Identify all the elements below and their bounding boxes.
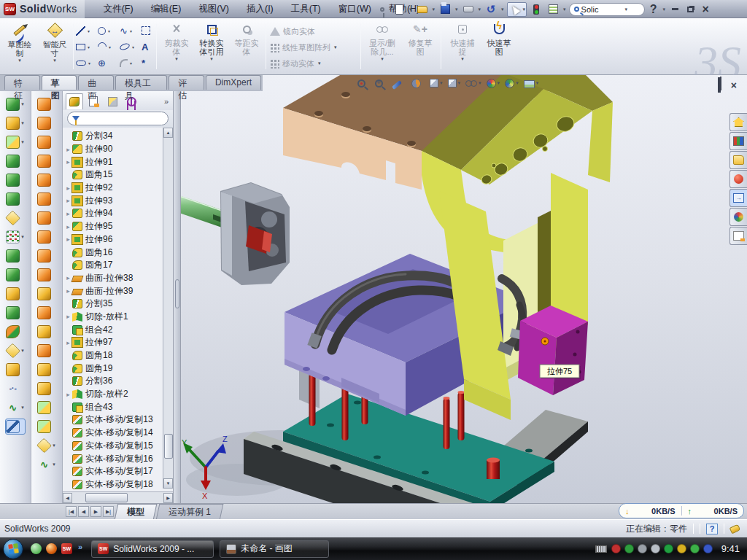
toolbar-button[interactable]: ▾ (37, 192, 56, 206)
toolbar-button[interactable]: ▾ (37, 324, 56, 339)
toolbar-button[interactable]: ▾ (6, 324, 25, 339)
tree-item[interactable]: ▸ 拉伸92 (64, 182, 173, 195)
toolbar-button[interactable]: ▾ (37, 154, 56, 168)
panel-overflow-chevron[interactable]: » (164, 97, 171, 106)
doc-close-button[interactable]: × (731, 81, 737, 90)
tree-item[interactable]: ▸ 组合43 (64, 400, 173, 413)
toolbar-button[interactable]: ▾ (6, 287, 25, 301)
view-tool-button[interactable]: ▾ (505, 79, 519, 88)
select-tool-button[interactable]: ▾ (507, 2, 527, 17)
help-button[interactable]: ? (647, 4, 660, 15)
tree-item[interactable]: ▸ 圆角17 (64, 259, 173, 272)
toolbar-button[interactable]: ▾ (37, 268, 56, 282)
restore-button[interactable] (684, 4, 697, 15)
messenger-icon[interactable] (31, 543, 42, 554)
tray-icon[interactable] (703, 544, 713, 553)
toolbar-button[interactable]: ▾ (37, 400, 56, 415)
solidworks-launch-icon[interactable]: SW (61, 543, 72, 554)
expand-arrow-icon[interactable]: ▸ (64, 184, 72, 192)
view-tool-button[interactable]: ▾ (487, 79, 501, 88)
selection-filter-icon[interactable] (529, 2, 543, 17)
expand-arrow-icon[interactable]: ▸ (64, 339, 72, 346)
task-pane-tab[interactable] (729, 132, 747, 150)
expand-arrow-icon[interactable]: ▸ (64, 210, 72, 217)
minimize-button[interactable] (668, 4, 681, 15)
toolbar-button[interactable]: ▾ (37, 230, 56, 244)
scrollbar-thumb[interactable] (164, 434, 173, 459)
view-tool-button[interactable]: ▾ (357, 79, 371, 88)
task-pane-tab[interactable] (729, 227, 747, 245)
tree-item[interactable]: ▸ 拉伸95 (64, 220, 173, 233)
tray-icon[interactable] (624, 544, 634, 553)
command-tab[interactable]: 特征 (4, 75, 40, 90)
toolbar-button[interactable]: ▾ (37, 381, 56, 396)
splitter-handle[interactable] (175, 279, 179, 308)
pin-icon[interactable] (375, 2, 390, 17)
3d-model-scene[interactable]: Y Z X 拉伸75 (181, 75, 747, 503)
tree-item[interactable]: ▸ 实体-移动/复制14 (64, 427, 173, 440)
toolbar-button[interactable]: ▾ (6, 343, 25, 358)
toolbar-button[interactable]: ▾ (37, 135, 56, 149)
start-button[interactable] (3, 539, 23, 559)
tree-item[interactable]: ▸ 拉伸93 (64, 194, 173, 207)
toolbar-button[interactable]: ▾ (6, 116, 25, 131)
toolbar-button[interactable]: ▾ (6, 249, 25, 263)
chevron-down-icon[interactable]: ▾ (432, 7, 436, 12)
toolbar-button[interactable]: ▾ (6, 135, 25, 149)
view-tool-button[interactable]: ▾ (448, 79, 462, 88)
task-pane-tab[interactable] (729, 113, 747, 131)
toolbar-button[interactable]: ▾ (37, 419, 56, 434)
task-button-solidworks[interactable]: SW SolidWorks 2009 - ... (91, 540, 214, 558)
view-tool-button[interactable]: ▾ (524, 79, 540, 88)
tab-scroll-prev-icon[interactable]: ◀ (78, 506, 89, 517)
keyboard-layout-icon[interactable] (595, 545, 607, 553)
toolbar-button[interactable]: ▾ (37, 211, 56, 225)
command-tab[interactable]: 曲面 (78, 75, 114, 90)
chevron-down-icon[interactable]: ▾ (454, 7, 459, 12)
close-button[interactable]: × (699, 4, 712, 15)
toolbar-button[interactable]: ▾ (37, 287, 56, 301)
point-tool[interactable]: * (142, 55, 156, 71)
command-tab[interactable]: 评估 (169, 75, 204, 90)
tray-icon[interactable] (651, 544, 660, 553)
graphics-viewport[interactable]: Y Z X 拉伸75 ▾▾▾▾▾▾▾▾▾▾ × (181, 75, 747, 503)
rapid-sketch-button[interactable]: 快速草 图 (481, 21, 516, 56)
tree-item[interactable]: ▸ 实体-移动/复制17 (64, 465, 173, 478)
tree-item[interactable]: ▸ 实体-移动/复制16 (64, 452, 173, 465)
expand-arrow-icon[interactable]: ▸ (64, 223, 72, 230)
sketch-button[interactable]: 草图绘 制▾ (3, 21, 36, 63)
tree-filter-input[interactable] (82, 114, 186, 123)
tray-icon[interactable] (611, 544, 621, 553)
tree-item[interactable]: ▸ 拉伸96 (64, 233, 173, 246)
tree-item[interactable]: ▸ 实体-移动/复制15 (64, 440, 173, 453)
tree-item[interactable]: ▸ 分割36 (64, 375, 173, 388)
sketch-fillet-tool[interactable]: ▾ (120, 55, 142, 71)
line-tool[interactable]: ▾ (76, 23, 98, 39)
network-speed-widget[interactable]: ↓0KB/S ↑0KB/S (619, 503, 744, 518)
quick-launch-chevron[interactable]: » (78, 542, 82, 551)
chevron-down-icon[interactable]: ▾ (662, 7, 667, 12)
toolbar-button[interactable]: ▾ (37, 438, 56, 453)
chevron-down-icon[interactable]: ▾ (478, 7, 482, 12)
tree-item[interactable]: ▸ 拉伸90 (64, 143, 173, 156)
task-pane-tab[interactable] (729, 208, 747, 226)
scroll-right-icon[interactable]: ▶ (163, 493, 173, 503)
command-tab[interactable]: 草图 (42, 75, 77, 90)
toolbar-button[interactable]: ▾ (37, 173, 56, 187)
toolbar-button[interactable]: ▾ (37, 116, 56, 131)
chevron-down-icon[interactable]: ▾ (500, 7, 505, 12)
expand-arrow-icon[interactable]: ▸ (64, 158, 72, 166)
tab-scroll-next-icon[interactable]: ▶ (90, 506, 101, 517)
view-tool-button[interactable]: ▾ (411, 79, 426, 88)
ellipse-tool[interactable]: ▾ (120, 39, 142, 55)
tree-horizontal-scrollbar[interactable]: ◀ ▶ (63, 491, 173, 503)
quick-launch-icon[interactable] (46, 543, 57, 554)
toolbar-button[interactable]: ▾ (6, 362, 25, 377)
toolbar-button[interactable]: ▾ (6, 268, 25, 282)
expand-arrow-icon[interactable]: ▸ (64, 236, 72, 243)
task-pane-tab[interactable] (729, 151, 747, 169)
tray-icon[interactable] (638, 544, 647, 553)
expand-arrow-icon[interactable]: ▸ (64, 391, 72, 398)
tray-icon[interactable] (690, 544, 700, 553)
task-pane-tab[interactable] (729, 170, 747, 188)
